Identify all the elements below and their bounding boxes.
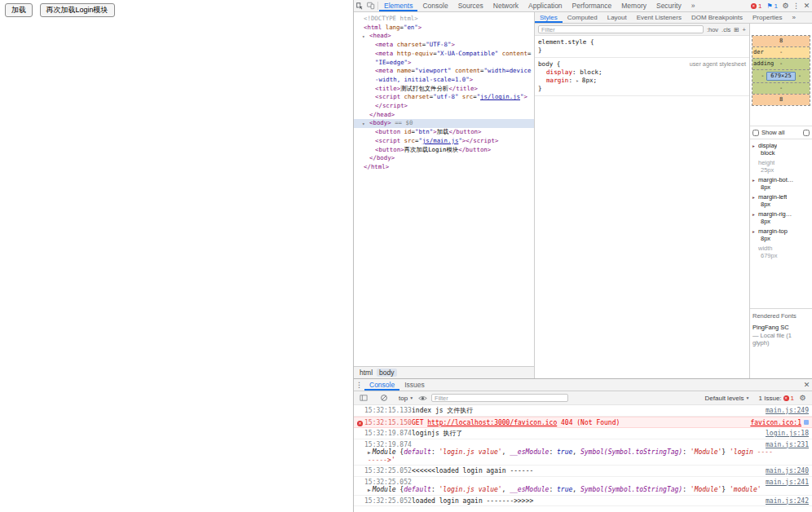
element-node-line[interactable]: </script> [354, 102, 534, 111]
element-node-line[interactable]: <title>测试打包文件分析</title> [354, 85, 534, 94]
rule-body[interactable]: user agent stylesheet body { display: bl… [535, 58, 749, 96]
inspect-icon[interactable] [354, 0, 365, 11]
element-node-line[interactable]: ▾<head> [354, 32, 534, 41]
expand-arrow-icon[interactable]: ▸ [752, 143, 758, 148]
error-count-badge[interactable]: ✕ 1 [748, 0, 764, 11]
console-source-link[interactable]: main.js:242 [766, 497, 809, 505]
clear-console-icon[interactable] [378, 394, 390, 402]
resource-link[interactable]: js/main.js [422, 137, 459, 144]
main-tab-security[interactable]: Security [651, 0, 686, 11]
drawer-menu-icon[interactable]: ⋮ [354, 379, 364, 391]
sidebar-tab-dom-breakpoints[interactable]: DOM Breakpoints [686, 12, 748, 23]
computed-property[interactable]: width679px [750, 244, 812, 261]
close-drawer-icon[interactable]: ✕ [801, 379, 812, 391]
styles-filter-input[interactable] [538, 25, 704, 33]
issues-counter[interactable]: 1 Issue: ✕ 1 [759, 395, 794, 402]
main-tab-sources[interactable]: Sources [453, 0, 488, 11]
computed-property[interactable]: height25px [750, 158, 812, 175]
style-property[interactable]: margin: ▸ 8px; [538, 77, 746, 85]
drawer-tab-issues[interactable]: Issues [399, 379, 430, 391]
element-node-line[interactable]: <meta charset="UTF-8"> [354, 41, 534, 50]
main-tab-application[interactable]: Application [523, 0, 567, 11]
reload-login-button[interactable]: 再次加载Login模块 [40, 3, 115, 17]
log-levels-dropdown[interactable]: Default levels ▼ [705, 395, 750, 402]
device-toolbar-icon[interactable] [365, 0, 377, 11]
expand-object-icon[interactable]: ▶ [368, 487, 371, 492]
element-node-line[interactable]: </html> [354, 163, 534, 172]
new-style-rule-icon[interactable]: + [743, 26, 746, 33]
box-model-diagram[interactable]: 8 der - adding - - 679×25 [752, 35, 810, 106]
sidebar-tab-overflow[interactable]: » [788, 12, 801, 23]
console-source-link[interactable]: main.js:249 [766, 407, 809, 415]
element-states-icon[interactable]: ⊞ [734, 26, 739, 33]
element-node-line[interactable]: -width, initial-scale=1.0"> [354, 76, 534, 85]
load-button[interactable]: 加载 [5, 3, 33, 17]
console-message[interactable]: 15:32:25.052loaded login again ------->>… [354, 496, 812, 507]
main-tab-network[interactable]: Network [488, 0, 523, 11]
console-message[interactable]: 15:32:15.133index js 文件执行main.js:249 [354, 405, 812, 417]
sidebar-tab-layout[interactable]: Layout [602, 12, 632, 23]
style-property[interactable]: display: block; [538, 68, 746, 77]
toggle-element-state-button[interactable]: :hov [707, 26, 718, 33]
expand-arrow-icon[interactable]: ▸ [752, 212, 758, 217]
computed-property[interactable]: ▸margin-bot…8px [750, 175, 812, 192]
element-node-line[interactable]: ▾<body> == $0 [354, 119, 534, 128]
console-source-link[interactable]: main.js:240 [766, 467, 809, 475]
computed-property[interactable]: ▸margin-rig…8px [750, 210, 812, 227]
resource-link[interactable]: js/login.js [480, 93, 520, 100]
breadcrumb-item-body[interactable]: body [377, 369, 396, 377]
computed-property[interactable]: ▸margin-left8px [750, 192, 812, 210]
sidebar-tab-styles[interactable]: Styles [535, 12, 563, 23]
console-source-link[interactable]: favicon.ico:1 [750, 419, 801, 427]
console-source-link[interactable]: main.js:241 [766, 479, 809, 487]
main-tab-performance[interactable]: Performance [567, 0, 617, 11]
rule-element-style[interactable]: element.style { } [535, 36, 749, 58]
main-tab-console[interactable]: Console [417, 0, 452, 11]
console-settings-gear-icon[interactable]: ⚙ [797, 394, 808, 402]
drawer-tab-console[interactable]: Console [364, 379, 399, 391]
eye-icon[interactable] [417, 395, 428, 402]
show-all-checkbox[interactable] [752, 130, 759, 136]
main-tab-overflow[interactable]: » [686, 0, 700, 11]
element-node-line[interactable]: </body> [354, 154, 534, 163]
console-message[interactable]: 15:32:19.874loginjs 执行了login.js:18 [354, 428, 812, 439]
issue-icon[interactable] [804, 420, 809, 425]
console-filter-input[interactable] [431, 394, 568, 402]
context-selector[interactable]: top ▼ [399, 395, 413, 402]
expand-arrow-icon[interactable]: ▸ [752, 195, 758, 200]
element-node-line[interactable]: <script charset="utf-8" src="js/login.js… [354, 93, 534, 102]
console-sidebar-icon[interactable] [358, 394, 369, 402]
console-message[interactable]: 15:32:25.052<<<<<<loaded login again ---… [354, 466, 812, 477]
expand-arrow-icon[interactable]: ▸ [752, 178, 758, 183]
element-node-line[interactable]: <!DOCTYPE html> [354, 15, 534, 24]
element-node-line[interactable]: "IE=edge"> [354, 59, 534, 68]
sidebar-tab-computed[interactable]: Computed [563, 12, 602, 23]
console-message[interactable]: 15:32:25.052main.js:241▶Module {default:… [354, 477, 812, 496]
computed-property[interactable]: ▸displayblock [750, 141, 812, 158]
breadcrumb-item-html[interactable]: html [357, 369, 375, 377]
element-node-line[interactable]: </head> [354, 111, 534, 120]
settings-gear-icon[interactable]: ⚙ [780, 0, 791, 11]
console-source-link[interactable]: login.js:18 [766, 430, 809, 438]
element-node-line[interactable]: <script src="js/main.js"></script> [354, 137, 534, 146]
element-node-line[interactable]: <meta name="viewport" content="width=dev… [354, 67, 534, 76]
sidebar-tab-properties[interactable]: Properties [748, 12, 787, 23]
console-message[interactable]: ✕15:32:15.150GET http://localhost:3000/f… [354, 417, 812, 429]
console-message[interactable]: 15:32:19.874main.js:231▶Module {default:… [354, 439, 812, 466]
issues-count-badge[interactable]: ⚑ 1 [764, 0, 780, 11]
element-classes-button[interactable]: .cls [722, 26, 730, 33]
expand-shorthand-icon[interactable]: ▸ [576, 77, 582, 83]
element-node-line[interactable]: <button>再次加载Login模块</button> [354, 146, 534, 155]
group-checkbox[interactable] [803, 130, 810, 136]
main-tab-elements[interactable]: Elements [379, 0, 417, 11]
console-source-link[interactable]: main.js:231 [766, 441, 809, 449]
request-url-link[interactable]: http://localhost:3000/favicon.ico [427, 419, 557, 426]
more-options-icon[interactable]: ⋮ [791, 0, 801, 11]
sidebar-tab-event-listeners[interactable]: Event Listeners [632, 12, 686, 23]
close-devtools-icon[interactable]: ✕ [801, 0, 812, 11]
element-node-line[interactable]: <meta http-equiv="X-UA-Compatible" conte… [354, 50, 534, 59]
main-tab-memory[interactable]: Memory [616, 0, 651, 11]
expand-arrow-icon[interactable]: ▸ [752, 229, 758, 234]
element-node-line[interactable]: <html lang="en"> [354, 24, 534, 33]
element-node-line[interactable]: <button id="btn">加载</button> [354, 128, 534, 137]
